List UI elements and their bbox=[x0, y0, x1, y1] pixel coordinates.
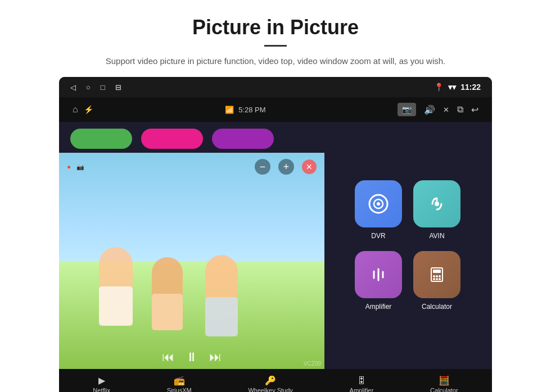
screenshot-nav-icon[interactable]: ⊟ bbox=[115, 83, 121, 92]
netflix-icon: ▶ bbox=[98, 375, 105, 386]
dvr-icon-box bbox=[355, 180, 402, 227]
pip-label: 📷 bbox=[76, 163, 84, 171]
next-button[interactable]: ⏭ bbox=[209, 350, 222, 364]
previous-button[interactable]: ⏮ bbox=[162, 350, 174, 364]
location-icon: 📍 bbox=[434, 83, 444, 92]
status-time: 11:22 bbox=[460, 83, 481, 92]
calculator-icon-box bbox=[413, 251, 460, 298]
video-playback-controls: ⏮ ⏸ ⏭ bbox=[59, 350, 324, 364]
pip-plus-button[interactable]: + bbox=[278, 159, 294, 175]
svg-point-14 bbox=[436, 278, 438, 280]
amplifier-label: Amplifier bbox=[365, 303, 392, 311]
bottom-dock: ▶ Netflix 📻 SiriusXM 🔑 Wheelkey Study 🎛 … bbox=[59, 369, 492, 392]
usb-icon: ⚡ bbox=[84, 105, 93, 114]
avin-icon-box bbox=[413, 180, 460, 227]
pip-icon[interactable]: ⧉ bbox=[457, 104, 463, 115]
dvr-app-icon[interactable]: DVR bbox=[355, 180, 402, 240]
dock-calculator[interactable]: 🧮 Calculator bbox=[430, 375, 458, 392]
dock-siriusxm[interactable]: 📻 SiriusXM bbox=[167, 375, 192, 392]
avin-label: AVIN bbox=[429, 232, 444, 240]
dvr-label: DVR bbox=[371, 232, 385, 240]
dock-calculator-icon: 🧮 bbox=[439, 375, 450, 386]
wifi-signal-icon: 📶 bbox=[225, 106, 234, 114]
volume-icon[interactable]: 🔊 bbox=[424, 104, 435, 115]
video-content: VCZ09 bbox=[59, 153, 324, 369]
dock-wheelkey[interactable]: 🔑 Wheelkey Study bbox=[248, 375, 292, 392]
dock-amplifier-icon: 🎛 bbox=[357, 376, 366, 386]
pip-controls-right: − + ✕ bbox=[255, 159, 317, 175]
siriusxm-label: SiriusXM bbox=[167, 387, 192, 392]
netflix-label: Netflix bbox=[93, 387, 110, 392]
recents-nav-icon[interactable]: □ bbox=[101, 83, 105, 92]
app-row-bottom: Amplifier bbox=[355, 251, 460, 311]
svg-point-10 bbox=[433, 275, 435, 277]
video-player[interactable]: VCZ09 bbox=[59, 153, 324, 369]
svg-point-12 bbox=[439, 275, 441, 277]
wheelkey-icon: 🔑 bbox=[265, 375, 276, 386]
app-row-top: DVR AVIN bbox=[355, 180, 460, 240]
svg-point-3 bbox=[435, 202, 439, 206]
pip-minus-button[interactable]: − bbox=[255, 159, 270, 175]
nav-bar-left: ⌂ ⚡ bbox=[73, 104, 93, 115]
home-icon[interactable]: ⌂ bbox=[73, 104, 78, 115]
wheelkey-label: Wheelkey Study bbox=[248, 387, 292, 392]
green-shortcut-button[interactable] bbox=[70, 129, 132, 149]
status-bar-nav-icons: ◁ ○ □ ⊟ bbox=[70, 83, 121, 92]
nav-bar-right: 📷 🔊 ✕ ⧉ ↩ bbox=[398, 103, 478, 116]
calculator-label: Calculator bbox=[422, 303, 452, 311]
amplifier-app-icon[interactable]: Amplifier bbox=[355, 251, 402, 311]
main-content-area: VCZ09 ● 📷 − + ✕ ⏮ ⏸ bbox=[59, 122, 492, 369]
nav-bar-center: 📶 5:28 PM bbox=[225, 106, 265, 114]
svg-point-15 bbox=[439, 278, 441, 280]
back-nav-icon[interactable]: ◁ bbox=[70, 83, 76, 92]
play-pause-button[interactable]: ⏸ bbox=[186, 350, 198, 364]
wifi-icon: ▾▾ bbox=[448, 83, 456, 92]
android-status-bar: ◁ ○ □ ⊟ 📍 ▾▾ 11:22 bbox=[59, 77, 492, 97]
close-icon[interactable]: ✕ bbox=[443, 106, 449, 114]
svg-rect-9 bbox=[433, 270, 441, 273]
record-indicator: ● bbox=[67, 163, 71, 171]
amplifier-icon-box bbox=[355, 251, 402, 298]
svg-point-13 bbox=[433, 278, 435, 280]
pink-shortcut-button[interactable] bbox=[141, 129, 203, 149]
nav-time: 5:28 PM bbox=[238, 106, 265, 114]
pip-close-button[interactable]: ✕ bbox=[302, 159, 317, 174]
pip-controls-left: ● 📷 bbox=[67, 163, 84, 171]
camera-button[interactable]: 📷 bbox=[398, 103, 416, 116]
page-subtitle: Support video picture in picture functio… bbox=[34, 54, 517, 68]
dock-amplifier-label: Amplifier bbox=[350, 387, 374, 392]
dock-netflix[interactable]: ▶ Netflix bbox=[93, 375, 110, 392]
pip-controls-bar: ● 📷 − + ✕ bbox=[59, 156, 324, 178]
siriusxm-icon: 📻 bbox=[174, 375, 185, 386]
svg-point-2 bbox=[377, 202, 380, 206]
back-icon[interactable]: ↩ bbox=[471, 104, 478, 115]
dock-calculator-label: Calculator bbox=[430, 387, 458, 392]
home-nav-icon[interactable]: ○ bbox=[86, 83, 91, 92]
device-frame: ◁ ○ □ ⊟ 📍 ▾▾ 11:22 ⌂ ⚡ 📶 5:28 PM 📷 🔊 ✕ ⧉… bbox=[59, 77, 492, 392]
avin-app-icon[interactable]: AVIN bbox=[413, 180, 460, 240]
app-shortcut-buttons bbox=[59, 122, 323, 156]
app-icon-grid: DVR AVIN bbox=[323, 122, 492, 369]
svg-point-11 bbox=[436, 275, 438, 277]
calculator-app-icon[interactable]: Calculator bbox=[413, 251, 460, 311]
purple-shortcut-button[interactable] bbox=[212, 129, 274, 149]
status-bar-right: 📍 ▾▾ 11:22 bbox=[434, 83, 481, 92]
page-header: Picture in Picture Support video picture… bbox=[0, 0, 551, 77]
dock-amplifier[interactable]: 🎛 Amplifier bbox=[350, 376, 374, 392]
android-nav-bar: ⌂ ⚡ 📶 5:28 PM 📷 🔊 ✕ ⧉ ↩ bbox=[59, 97, 492, 122]
title-divider bbox=[264, 45, 287, 47]
page-title: Picture in Picture bbox=[34, 16, 517, 39]
